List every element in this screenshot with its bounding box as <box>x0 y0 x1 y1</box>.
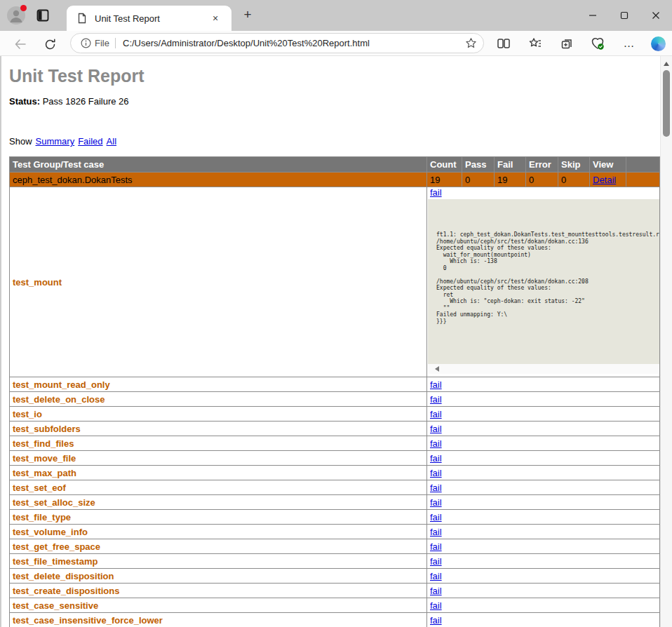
test-row: test_get_free_space fail <box>10 539 660 554</box>
fail-link[interactable]: fail <box>430 527 442 537</box>
test-row: test_file_type fail <box>10 510 660 525</box>
test-result-cell: fail <box>427 422 660 436</box>
split-screen-icon[interactable] <box>495 35 512 52</box>
test-result-cell: fail <box>427 407 660 422</box>
test-result-cell: fail <box>427 598 660 613</box>
test-row: test_set_alloc_size fail <box>10 495 660 510</box>
test-row: test_max_path fail <box>10 466 660 480</box>
col-pass: Pass <box>462 157 495 173</box>
test-name: test_max_path <box>10 466 427 480</box>
copilot-icon[interactable] <box>650 35 666 52</box>
fail-link[interactable]: fail <box>430 556 442 567</box>
show-failed-link[interactable]: Failed <box>78 136 102 147</box>
browser-window: Unit Test Report × + <box>0 0 672 627</box>
test-name: test_case_insensitive_force_lower <box>10 613 427 627</box>
group-name: ceph_test_dokan.DokanTests <box>10 173 427 187</box>
test-name: test_mount <box>10 187 427 377</box>
fail-link[interactable]: fail <box>430 187 442 198</box>
more-options-icon[interactable]: … <box>621 35 638 52</box>
browser-essentials-icon[interactable] <box>589 35 606 52</box>
fail-link[interactable]: fail <box>430 409 442 419</box>
test-result-cell: fail <box>427 392 660 407</box>
test-result-cell: fail <box>427 539 660 554</box>
document-icon <box>76 13 88 24</box>
expanded-detail-cell: fail ft1.1: ceph_test_dokan.DokanTests.t… <box>427 187 660 377</box>
col-view: View <box>590 157 626 173</box>
profile-avatar[interactable] <box>7 6 25 25</box>
test-name: test_get_free_space <box>10 539 427 554</box>
test-name: test_move_file <box>10 451 427 466</box>
url-text[interactable]: C:/Users/Administrator/Desktop/Unit%20Te… <box>123 38 370 48</box>
scrollbar-thumb[interactable] <box>663 70 670 137</box>
fail-link[interactable]: fail <box>430 438 442 449</box>
fail-link[interactable]: fail <box>430 453 442 464</box>
browser-tab[interactable]: Unit Test Report × <box>67 6 231 31</box>
test-table-body: Test Group/Test case Count Pass Fail Err… <box>10 157 660 627</box>
back-button[interactable] <box>13 36 28 52</box>
window-maximize-button[interactable] <box>613 7 636 24</box>
col-skip: Skip <box>558 157 590 173</box>
group-skip: 0 <box>558 173 590 187</box>
window-close-button[interactable] <box>645 7 667 24</box>
info-icon[interactable] <box>81 38 91 48</box>
favorites-icon[interactable] <box>527 35 544 52</box>
group-pass: 0 <box>462 173 495 187</box>
new-tab-button[interactable]: + <box>238 6 257 24</box>
test-row: test_move_file fail <box>10 451 660 466</box>
test-row: test_case_sensitive fail <box>10 598 660 613</box>
fail-link[interactable]: fail <box>430 497 442 508</box>
show-summary-link[interactable]: Summary <box>36 136 75 147</box>
test-row: test_volume_info fail <box>10 525 660 539</box>
scroll-left-arrow-icon[interactable] <box>435 366 439 372</box>
group-row: ceph_test_dokan.DokanTests 19 0 19 0 0 D… <box>10 173 660 187</box>
test-result-cell: fail <box>427 584 660 598</box>
favorite-star-icon[interactable] <box>465 37 477 49</box>
browser-toolbar: File C:/Users/Administrator/Desktop/Unit… <box>0 31 672 56</box>
status-label: Status: <box>9 96 40 107</box>
fail-link[interactable]: fail <box>430 379 442 390</box>
tab-close-icon[interactable]: × <box>209 12 222 25</box>
test-result-cell: fail <box>427 510 660 525</box>
refresh-button[interactable] <box>42 36 58 52</box>
fail-link[interactable]: fail <box>430 571 442 581</box>
fail-link[interactable]: fail <box>430 586 442 596</box>
test-report-table: Test Group/Test case Count Pass Fail Err… <box>9 156 660 627</box>
col-test-group: Test Group/Test case <box>10 157 427 173</box>
table-header-row: Test Group/Test case Count Pass Fail Err… <box>10 157 660 173</box>
test-name: test_file_type <box>10 510 427 525</box>
test-row: test_case_insensitive_force_lower fail <box>10 613 660 627</box>
address-bar[interactable]: File C:/Users/Administrator/Desktop/Unit… <box>70 33 484 53</box>
test-name: test_create_dispositions <box>10 584 427 598</box>
log-horizontal-scrollbar[interactable] <box>428 364 660 374</box>
group-error: 0 <box>526 173 558 187</box>
test-row: test_set_eof fail <box>10 480 660 495</box>
detail-link[interactable]: Detail <box>593 175 616 185</box>
tab-bar: Unit Test Report × + <box>0 0 672 31</box>
test-row: test_subfolders fail <box>10 422 660 436</box>
notification-dot <box>20 5 27 11</box>
test-result-cell: fail <box>427 554 660 569</box>
test-result-cell: fail <box>427 525 660 539</box>
window-minimize-button[interactable] <box>582 7 604 24</box>
show-all-link[interactable]: All <box>107 136 116 147</box>
fail-link[interactable]: fail <box>430 468 442 478</box>
test-log-panel: ft1.1: ceph_test_dokan.DokanTests.test_m… <box>428 199 660 364</box>
scroll-up-arrow-icon[interactable] <box>664 62 669 66</box>
group-count: 19 <box>427 173 462 187</box>
fail-link[interactable]: fail <box>430 600 442 611</box>
test-result-cell: fail <box>427 480 660 495</box>
col-fail: Fail <box>495 157 526 173</box>
fail-link[interactable]: fail <box>430 394 442 405</box>
fail-link[interactable]: fail <box>430 541 442 552</box>
tab-actions-menu-icon[interactable] <box>36 9 49 22</box>
test-name: test_io <box>10 407 427 422</box>
test-result-cell: fail <box>427 451 660 466</box>
fail-link[interactable]: fail <box>430 483 442 493</box>
page-scrollbar[interactable] <box>660 56 672 627</box>
show-label: Show <box>9 136 32 147</box>
fail-link[interactable]: fail <box>430 424 442 434</box>
fail-link[interactable]: fail <box>430 512 442 522</box>
fail-link[interactable]: fail <box>430 615 442 626</box>
collections-icon[interactable] <box>558 35 575 52</box>
page-content: Unit Test Report Status: Pass 1826 Failu… <box>0 56 672 627</box>
